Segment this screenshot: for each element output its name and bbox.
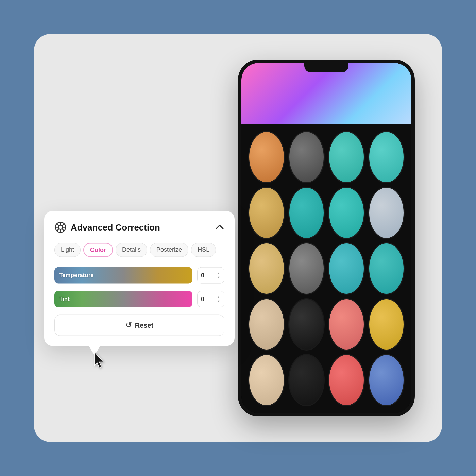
temperature-label: Temperature <box>59 272 94 279</box>
main-container: Advanced Correction Light Color Details … <box>34 34 442 442</box>
tint-down-arrow[interactable]: ▼ <box>217 300 221 303</box>
palette-pan <box>328 187 365 239</box>
temperature-slider-row: Temperature 0 ▲ ▼ <box>54 267 224 284</box>
palette-pan <box>328 298 365 351</box>
palette-pan <box>368 354 405 406</box>
temperature-stepper[interactable]: ▲ ▼ <box>217 272 221 279</box>
palette-pan <box>248 242 285 295</box>
tab-hsl[interactable]: HSL <box>191 243 216 257</box>
tint-slider-track[interactable]: Tint <box>54 291 192 307</box>
temperature-value: 0 <box>201 272 204 279</box>
tint-label: Tint <box>59 296 70 303</box>
tint-slider-row: Tint 0 ▲ ▼ <box>54 291 224 307</box>
tint-stepper[interactable]: ▲ ▼ <box>217 295 221 303</box>
palette-pan <box>328 242 365 295</box>
reset-button[interactable]: ↺ Reset <box>54 315 224 336</box>
palette-pan <box>248 131 285 183</box>
palette-pan <box>288 242 325 295</box>
svg-line-7 <box>62 229 64 231</box>
tab-color[interactable]: Color <box>83 243 113 257</box>
palette-pan <box>368 298 405 351</box>
palette-pan <box>248 187 285 239</box>
reset-icon: ↺ <box>125 321 132 330</box>
chevron-up-icon[interactable] <box>215 222 224 233</box>
svg-line-9 <box>57 229 59 231</box>
tabs-row: Light Color Details Posterize HSL <box>54 243 224 257</box>
svg-line-8 <box>62 224 64 226</box>
tint-up-arrow[interactable]: ▲ <box>217 295 221 299</box>
temperature-slider-track[interactable]: Temperature <box>54 267 192 284</box>
palette-grid <box>241 124 411 413</box>
correction-panel: Advanced Correction Light Color Details … <box>44 211 235 346</box>
palette-pan <box>368 187 405 239</box>
temperature-up-arrow[interactable]: ▲ <box>217 272 221 275</box>
palette-pan <box>368 131 405 183</box>
palette-pan <box>328 354 365 406</box>
palette-pan <box>288 298 325 351</box>
palette-pan <box>248 354 285 406</box>
temperature-down-arrow[interactable]: ▼ <box>217 276 221 279</box>
cursor-arrow <box>92 352 105 370</box>
palette-pan <box>248 298 285 351</box>
panel-header: Advanced Correction <box>54 221 224 234</box>
advanced-correction-icon <box>54 221 67 234</box>
palette-pan <box>288 131 325 183</box>
svg-line-6 <box>57 224 59 226</box>
tab-details[interactable]: Details <box>116 243 147 257</box>
phone-image-area <box>241 124 411 413</box>
panel-title: Advanced Correction <box>71 222 160 233</box>
tab-light[interactable]: Light <box>54 243 81 257</box>
phone-screen <box>241 63 411 413</box>
tint-value-box: 0 ▲ ▼ <box>197 291 224 307</box>
palette-pan <box>288 187 325 239</box>
reset-label: Reset <box>135 321 153 329</box>
palette-pan <box>288 354 325 406</box>
panel-title-group: Advanced Correction <box>54 221 160 234</box>
phone-notch <box>304 63 348 72</box>
temperature-value-box: 0 ▲ ▼ <box>197 267 224 284</box>
tint-value: 0 <box>201 295 204 303</box>
phone-mockup <box>238 60 415 417</box>
temperature-slider-container: Temperature 0 ▲ ▼ <box>54 267 224 284</box>
phone-gradient-top <box>241 63 411 131</box>
tab-posterize[interactable]: Posterize <box>150 243 188 257</box>
palette-pan <box>368 242 405 295</box>
palette-pan <box>328 131 365 183</box>
tint-slider-container: Tint 0 ▲ ▼ <box>54 291 224 307</box>
